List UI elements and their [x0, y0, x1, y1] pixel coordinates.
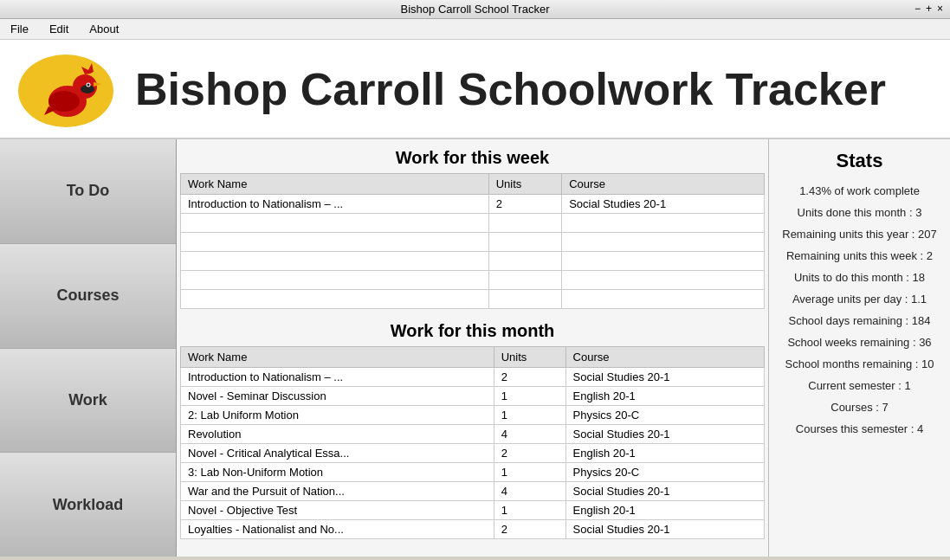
stats-title: Stats: [776, 150, 943, 172]
stat-item: School months remaining : 10: [776, 357, 943, 370]
table-row[interactable]: Novel - Objective Test1English 20-1: [181, 501, 765, 520]
week-col-name: Work Name: [181, 174, 489, 195]
row-course: English 20-1: [565, 444, 764, 463]
row-units: 2: [488, 195, 562, 214]
row-course: Social Studies 20-1: [565, 425, 764, 444]
svg-point-8: [48, 91, 80, 112]
month-col-name: Work Name: [181, 347, 494, 368]
close-button[interactable]: ×: [937, 3, 943, 15]
row-units: 1: [494, 387, 565, 406]
row-units: 2: [494, 444, 565, 463]
svg-point-7: [87, 84, 90, 87]
row-name: Introduction to Nationalism – ...: [181, 368, 494, 387]
row-name: 2: Lab Uniform Motion: [181, 406, 494, 425]
stat-item: Units done this month : 3: [776, 206, 943, 219]
stat-item: Units to do this month : 18: [776, 271, 943, 284]
row-course: Social Studies 20-1: [565, 520, 764, 539]
stat-item: School weeks remaining : 36: [776, 336, 943, 349]
month-section-title: Work for this month: [177, 312, 768, 346]
table-row[interactable]: Revolution4Social Studies 20-1: [181, 425, 765, 444]
row-name: Novel - Seminar Discussion: [181, 387, 494, 406]
row-course: Physics 20-C: [565, 406, 764, 425]
table-row[interactable]: Novel - Seminar Discussion1English 20-1: [181, 387, 765, 406]
table-row[interactable]: Loyalties - Nationalist and No...2Social…: [181, 520, 765, 539]
row-units: 4: [494, 425, 565, 444]
app-logo: [14, 48, 118, 130]
table-row-empty: [181, 271, 765, 290]
row-units: 2: [494, 368, 565, 387]
content-area: Work for this week Work Name Units Cours…: [177, 139, 768, 557]
stats-list: 1.43% of work completeUnits done this mo…: [776, 184, 943, 435]
stat-item: Courses this semester : 4: [776, 422, 943, 435]
table-row-empty: [181, 252, 765, 271]
app-title: Bishop Carroll Schoolwork Tracker: [135, 63, 886, 115]
table-row[interactable]: Introduction to Nationalism – ...2Social…: [181, 195, 765, 214]
table-row-empty: [181, 233, 765, 252]
stats-panel: Stats 1.43% of work completeUnits done t…: [768, 139, 950, 557]
row-course: Social Studies 20-1: [562, 195, 765, 214]
row-name: War and the Pursuit of Nation...: [181, 482, 494, 501]
main-layout: To Do Courses Work Workload Work for thi…: [0, 139, 950, 557]
header-banner: Bishop Carroll Schoolwork Tracker: [0, 40, 950, 139]
row-name: Introduction to Nationalism – ...: [181, 195, 489, 214]
sidebar-item-courses[interactable]: Courses: [0, 244, 176, 349]
row-course: Social Studies 20-1: [565, 482, 764, 501]
week-table-wrapper: Work Name Units Course Introduction to N…: [177, 173, 768, 309]
table-row[interactable]: Introduction to Nationalism – ...2Social…: [181, 368, 765, 387]
row-units: 1: [494, 406, 565, 425]
table-row[interactable]: War and the Pursuit of Nation...4Social …: [181, 482, 765, 501]
row-name: 3: Lab Non-Uniform Motion: [181, 463, 494, 482]
stat-item: Remaining units this week : 2: [776, 249, 943, 262]
menu-file[interactable]: File: [7, 22, 32, 36]
stat-item: School days remaining : 184: [776, 314, 943, 327]
week-col-course: Course: [562, 174, 765, 195]
week-table: Work Name Units Course Introduction to N…: [180, 173, 765, 309]
row-units: 2: [494, 520, 565, 539]
month-col-course: Course: [565, 347, 764, 368]
stat-item: Average units per day : 1.1: [776, 293, 943, 306]
sidebar-item-todo[interactable]: To Do: [0, 139, 176, 244]
table-row-empty: [181, 290, 765, 309]
sidebar: To Do Courses Work Workload: [0, 139, 177, 557]
week-section-title: Work for this week: [177, 139, 768, 173]
month-table: Work Name Units Course Introduction to N…: [180, 346, 765, 539]
row-course: Social Studies 20-1: [565, 368, 764, 387]
stat-item: Courses : 7: [776, 401, 943, 414]
row-course: English 20-1: [565, 387, 764, 406]
sidebar-item-workload[interactable]: Workload: [0, 453, 176, 557]
row-name: Revolution: [181, 425, 494, 444]
row-course: English 20-1: [565, 501, 764, 520]
table-row[interactable]: 3: Lab Non-Uniform Motion1Physics 20-C: [181, 463, 765, 482]
row-name: Novel - Critical Analytical Essa...: [181, 444, 494, 463]
menubar: File Edit About: [0, 19, 950, 40]
minimize-button[interactable]: −: [914, 3, 921, 15]
menu-about[interactable]: About: [86, 22, 122, 36]
week-col-units: Units: [488, 174, 562, 195]
table-row-empty: [181, 214, 765, 233]
row-units: 1: [494, 501, 565, 520]
row-units: 1: [494, 463, 565, 482]
row-name: Loyalties - Nationalist and No...: [181, 520, 494, 539]
titlebar: Bishop Carroll School Tracker − + ×: [0, 0, 950, 19]
stat-item: Current semester : 1: [776, 379, 943, 392]
sidebar-item-work[interactable]: Work: [0, 349, 176, 454]
table-row[interactable]: 2: Lab Uniform Motion1Physics 20-C: [181, 406, 765, 425]
maximize-button[interactable]: +: [926, 3, 932, 15]
row-units: 4: [494, 482, 565, 501]
month-table-wrapper: Work Name Units Course Introduction to N…: [177, 346, 768, 539]
stat-item: 1.43% of work complete: [776, 184, 943, 197]
week-table-header: Work Name Units Course: [181, 174, 765, 195]
window-controls[interactable]: − + ×: [914, 3, 943, 15]
stat-item: Remaining units this year : 207: [776, 228, 943, 241]
month-table-header: Work Name Units Course: [181, 347, 765, 368]
row-course: Physics 20-C: [565, 463, 764, 482]
table-row[interactable]: Novel - Critical Analytical Essa...2Engl…: [181, 444, 765, 463]
menu-edit[interactable]: Edit: [46, 22, 72, 36]
window-title: Bishop Carroll School Tracker: [401, 3, 550, 16]
row-name: Novel - Objective Test: [181, 501, 494, 520]
month-col-units: Units: [494, 347, 565, 368]
